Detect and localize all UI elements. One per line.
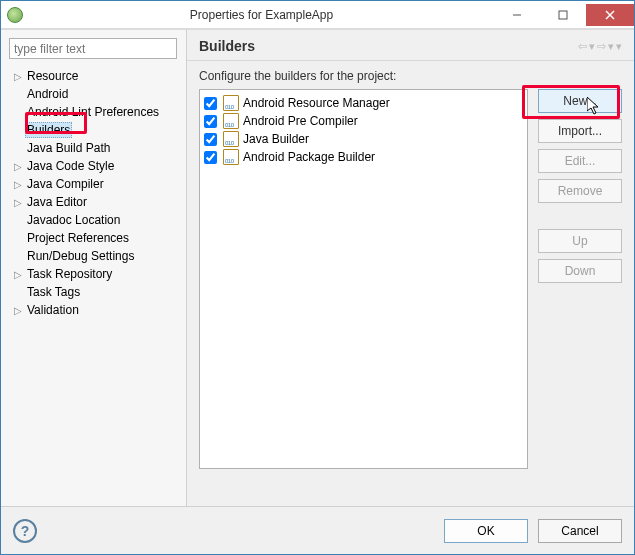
expand-icon[interactable]: ▷ [11, 305, 25, 316]
main-pane: Builders ⇦▾ ⇨▾ ▾ Configure the builders … [187, 30, 634, 506]
cancel-button[interactable]: Cancel [538, 519, 622, 543]
window-buttons [494, 4, 634, 26]
tree-item[interactable]: ▷Resource [5, 67, 182, 85]
minimize-button[interactable] [494, 4, 540, 26]
minimize-icon [512, 10, 522, 20]
maximize-icon [558, 10, 568, 20]
builder-label: Android Pre Compiler [243, 114, 358, 128]
tree-item[interactable]: ▷Validation [5, 301, 182, 319]
builders-list[interactable]: Android Resource ManagerAndroid Pre Comp… [199, 89, 528, 469]
nav-pane: ▷ResourceAndroidAndroid Lint Preferences… [1, 30, 187, 506]
builders-row: Android Resource ManagerAndroid Pre Comp… [199, 89, 622, 498]
tree-item-label: Project References [25, 231, 131, 245]
tree-item[interactable]: Android Lint Preferences [5, 103, 182, 121]
tree-item[interactable]: Run/Debug Settings [5, 247, 182, 265]
builder-checkbox[interactable] [204, 133, 217, 146]
filter-input[interactable] [9, 38, 177, 59]
builder-file-icon [223, 95, 239, 111]
tree-item[interactable]: ▷Java Compiler [5, 175, 182, 193]
tree-item[interactable]: Java Build Path [5, 139, 182, 157]
tree-item-label: Java Editor [25, 195, 89, 209]
back-menu-icon[interactable]: ▾ [589, 40, 595, 53]
dialog-window: Properties for ExampleApp ▷ResourceAndro… [0, 0, 635, 555]
edit-button: Edit... [538, 149, 622, 173]
page-description: Configure the builders for the project: [199, 69, 622, 83]
app-icon [7, 7, 23, 23]
page-header: Builders ⇦▾ ⇨▾ ▾ [187, 30, 634, 61]
window-title: Properties for ExampleApp [29, 8, 494, 22]
forward-menu-icon[interactable]: ▾ [608, 40, 614, 53]
tree-item[interactable]: Task Tags [5, 283, 182, 301]
builder-label: Java Builder [243, 132, 309, 146]
footer: ? OK Cancel [1, 506, 634, 554]
tree-item[interactable]: Android [5, 85, 182, 103]
builder-label: Android Resource Manager [243, 96, 390, 110]
builder-label: Android Package Builder [243, 150, 375, 164]
history-nav: ⇦▾ ⇨▾ ▾ [578, 40, 622, 53]
expand-icon[interactable]: ▷ [11, 161, 25, 172]
tree-item-label: Builders [25, 122, 72, 138]
expand-icon[interactable]: ▷ [11, 71, 25, 82]
tree-item[interactable]: ▷Java Code Style [5, 157, 182, 175]
down-button: Down [538, 259, 622, 283]
builder-checkbox[interactable] [204, 115, 217, 128]
expand-icon[interactable]: ▷ [11, 197, 25, 208]
view-menu-icon[interactable]: ▾ [616, 40, 622, 53]
close-icon [605, 10, 615, 20]
tree-item-label: Java Build Path [25, 141, 112, 155]
tree-item-label: Resource [25, 69, 80, 83]
titlebar: Properties for ExampleApp [1, 1, 634, 29]
tree-item-label: Run/Debug Settings [25, 249, 136, 263]
tree-item[interactable]: Builders [5, 121, 182, 139]
builder-checkbox[interactable] [204, 151, 217, 164]
list-item[interactable]: Java Builder [204, 130, 523, 148]
svg-rect-1 [559, 11, 567, 19]
builder-file-icon [223, 149, 239, 165]
tree-item[interactable]: Project References [5, 229, 182, 247]
import-button[interactable]: Import... [538, 119, 622, 143]
ok-button[interactable]: OK [444, 519, 528, 543]
button-column: New... Import... Edit... Remove Up Down [538, 89, 622, 498]
page-title: Builders [199, 38, 578, 54]
list-item[interactable]: Android Package Builder [204, 148, 523, 166]
tree-item-label: Android Lint Preferences [25, 105, 161, 119]
remove-button: Remove [538, 179, 622, 203]
tree-item-label: Javadoc Location [25, 213, 122, 227]
tree-item[interactable]: ▷Java Editor [5, 193, 182, 211]
close-button[interactable] [586, 4, 634, 26]
tree-item-label: Validation [25, 303, 81, 317]
maximize-button[interactable] [540, 4, 586, 26]
up-button: Up [538, 229, 622, 253]
tree-item-label: Task Tags [25, 285, 82, 299]
list-item[interactable]: Android Resource Manager [204, 94, 523, 112]
builder-checkbox[interactable] [204, 97, 217, 110]
tree-item[interactable]: Javadoc Location [5, 211, 182, 229]
tree-item-label: Java Compiler [25, 177, 106, 191]
page-body: Configure the builders for the project: … [187, 61, 634, 506]
builder-file-icon [223, 113, 239, 129]
tree-item-label: Android [25, 87, 70, 101]
forward-icon[interactable]: ⇨ [597, 40, 606, 53]
tree-item-label: Task Repository [25, 267, 114, 281]
category-tree[interactable]: ▷ResourceAndroidAndroid Lint Preferences… [5, 63, 182, 319]
tree-item[interactable]: ▷Task Repository [5, 265, 182, 283]
content: ▷ResourceAndroidAndroid Lint Preferences… [1, 29, 634, 506]
expand-icon[interactable]: ▷ [11, 269, 25, 280]
list-item[interactable]: Android Pre Compiler [204, 112, 523, 130]
help-button[interactable]: ? [13, 519, 37, 543]
tree-item-label: Java Code Style [25, 159, 116, 173]
new-button[interactable]: New... [538, 89, 622, 113]
builder-file-icon [223, 131, 239, 147]
back-icon[interactable]: ⇦ [578, 40, 587, 53]
expand-icon[interactable]: ▷ [11, 179, 25, 190]
